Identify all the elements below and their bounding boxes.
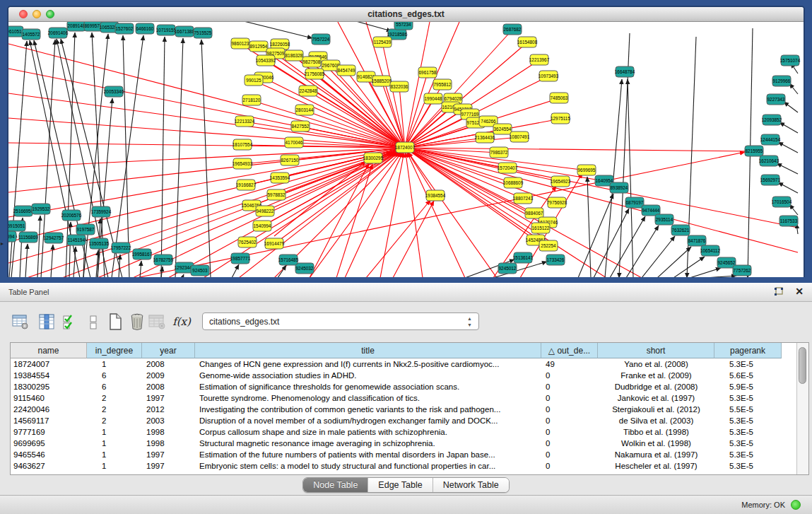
graph-node[interactable]: 8267150	[281, 155, 299, 165]
graph-node[interactable]: 16210643	[759, 156, 779, 166]
graph-node[interactable]: 15751074	[780, 55, 801, 66]
graph-node[interactable]: 990125	[245, 75, 263, 86]
graph-node[interactable]: 8215955	[745, 146, 763, 156]
tab-node-table[interactable]: Node Table	[303, 478, 368, 492]
cell-year[interactable]: 1997	[142, 460, 195, 472]
cell-in_degree[interactable]: 6	[87, 381, 142, 392]
cell-pagerank[interactable]: 5.3E-5	[714, 438, 782, 449]
graph-node[interactable]: 12213967	[529, 54, 550, 65]
cell-pagerank[interactable]: 5.3E-5	[714, 426, 782, 438]
cell-title[interactable]: Embryonic stem cells: a model to study s…	[195, 460, 541, 472]
graph-node[interactable]: 19654923	[551, 176, 571, 187]
graph-node[interactable]: 557234	[394, 22, 413, 30]
cell-in_degree[interactable]: 2	[87, 404, 142, 415]
graph-node[interactable]: 20206576	[61, 210, 82, 221]
cell-pagerank[interactable]: 5.3E-5	[714, 415, 782, 426]
graph-node[interactable]: 16782759	[153, 255, 174, 265]
graph-node[interactable]: 9699695	[577, 165, 596, 175]
select-all-icon[interactable]	[61, 312, 79, 332]
graph-node[interactable]: 9827508	[302, 57, 321, 67]
graph-node[interactable]: 18724007	[395, 142, 416, 153]
graph-node[interactable]: 8471876	[688, 235, 706, 246]
column-header-name[interactable]: name	[11, 343, 87, 358]
cell-year[interactable]: 1997	[142, 392, 195, 404]
cell-short[interactable]: Nakamura et al. (1997)	[598, 449, 714, 460]
float-window-icon[interactable]	[774, 287, 784, 297]
graph-node[interactable]: 19384554	[425, 190, 446, 201]
graph-node[interactable]: 10807491	[510, 132, 530, 142]
graph-node[interactable]: 15720407	[498, 163, 518, 173]
cell-pagerank[interactable]: 5.3E-5	[714, 460, 782, 472]
cell-short[interactable]: Dudbridge et al. (2008)	[598, 381, 714, 392]
graph-node[interactable]: 9129966	[772, 76, 791, 86]
graph-node[interactable]: 391594	[8, 231, 16, 242]
cell-short[interactable]: de Silva et al. (2003)	[598, 415, 714, 426]
cell-short[interactable]: Jankovic et al. (1997)	[598, 392, 714, 404]
cell-year[interactable]: 2003	[142, 415, 195, 426]
cell-out_de[interactable]: 0	[541, 415, 598, 426]
graph-node[interactable]: 9245012	[498, 263, 517, 274]
graph-node[interactable]: 19654933	[233, 158, 253, 169]
cell-short[interactable]: Stergiakouli et al. (2012)	[598, 404, 714, 415]
graph-node[interactable]: 5915051	[8, 221, 25, 231]
graph-node[interactable]: 11156869	[18, 232, 38, 243]
cell-out_de[interactable]: 0	[541, 426, 598, 438]
cell-in_degree[interactable]: 1	[87, 358, 142, 370]
column-header-short[interactable]: short	[598, 343, 714, 358]
graph-node[interactable]: 10688609	[503, 177, 524, 188]
graph-node[interactable]: 924503	[191, 265, 209, 276]
unselect-icon[interactable]	[84, 312, 102, 332]
graph-node[interactable]: 1615122	[531, 223, 550, 233]
graph-node[interactable]: 18300295	[363, 153, 384, 163]
cell-name[interactable]: 9463627	[11, 460, 87, 472]
column-header-pagerank[interactable]: pagerank	[714, 343, 782, 358]
graph-node[interactable]: 21756085	[305, 69, 325, 79]
graph-node[interactable]: 15136141	[513, 252, 534, 263]
graph-node[interactable]: 17016504	[772, 197, 792, 207]
cell-name[interactable]: 9699695	[11, 438, 87, 449]
table-row[interactable]: 977716911998Corpus callosum shape and si…	[11, 426, 797, 438]
function-builder-icon[interactable]: f(x)	[172, 312, 191, 332]
cell-out_de[interactable]: 0	[541, 370, 598, 381]
graph-node[interactable]: 17957222	[111, 243, 131, 253]
table-row[interactable]: 1830029562008Estimation of significance …	[11, 381, 797, 392]
cell-pagerank[interactable]: 5.6E-5	[714, 370, 782, 381]
cell-in_degree[interactable]: 1	[87, 426, 142, 438]
graph-node[interactable]: 7485063	[550, 93, 568, 103]
graph-node[interactable]: 21364436	[475, 132, 495, 143]
vertical-scrollbar[interactable]	[796, 343, 808, 474]
graph-node[interactable]: 1990448	[424, 93, 442, 104]
graph-node[interactable]: 8322036	[390, 81, 408, 92]
cell-out_de[interactable]: 49	[541, 358, 598, 370]
cell-short[interactable]: Wolkin et al. (1998)	[598, 438, 714, 449]
graph-node[interactable]: 20691406	[48, 28, 69, 38]
cell-pagerank[interactable]: 5.9E-5	[714, 381, 782, 392]
graph-node[interactable]: 2089148	[67, 22, 86, 31]
cell-year[interactable]: 2009	[142, 370, 195, 381]
graph-node[interactable]: 15716485	[278, 255, 299, 265]
cell-title[interactable]: Estimation of the future numbers of pati…	[195, 449, 541, 460]
graph-node[interactable]: 19166827	[236, 180, 257, 190]
graph-node[interactable]: 16154808	[517, 37, 538, 47]
cell-name[interactable]: 18724007	[11, 358, 87, 370]
column-header-in_degree[interactable]: in_degree	[87, 343, 142, 358]
graph-node[interactable]: 7957224	[312, 34, 330, 45]
graph-node[interactable]: 10719155	[156, 25, 177, 35]
cell-year[interactable]: 2008	[142, 358, 195, 370]
new-document-icon[interactable]	[106, 312, 124, 332]
table-row[interactable]: 946554611997Estimation of the future num…	[11, 449, 797, 460]
graph-node[interactable]: 8427552	[291, 121, 310, 132]
cell-name[interactable]: 9115460	[11, 392, 87, 404]
graph-node[interactable]: 1145194	[67, 235, 86, 245]
table-selector-dropdown[interactable]: citations_edges.txt ▲▼	[202, 313, 479, 330]
graph-node[interactable]: 79756928	[547, 197, 567, 208]
cell-title[interactable]: Tourette syndrome. Phenomenology and cla…	[195, 392, 541, 404]
cell-name[interactable]: 19384554	[11, 370, 87, 381]
graph-node[interactable]: 16648784	[615, 66, 635, 77]
graph-node[interactable]: 12975115	[551, 113, 570, 124]
cell-title[interactable]: Investigating the contribution of common…	[195, 404, 541, 415]
window-titlebar[interactable]: citations_edges.txt	[8, 7, 804, 22]
cell-title[interactable]: Disruption of a novel member of a sodium…	[195, 415, 541, 426]
cell-year[interactable]: 1998	[142, 426, 195, 438]
graph-node[interactable]: 18807243	[513, 193, 534, 204]
